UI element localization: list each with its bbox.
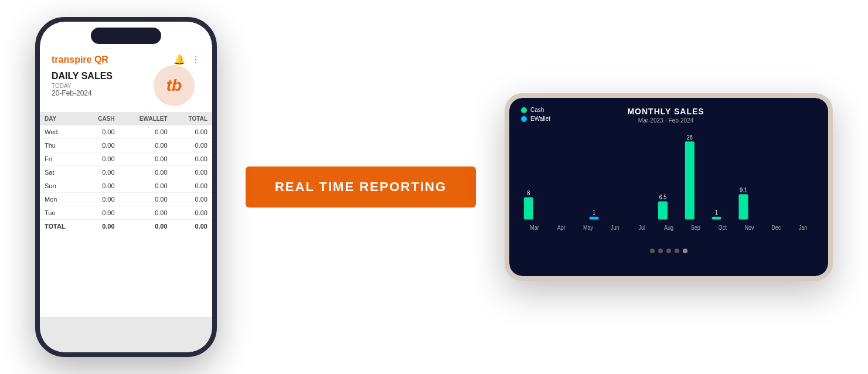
svg-rect-9: [658, 202, 668, 220]
cta-button[interactable]: REAL TIME REPORTING: [246, 166, 476, 208]
chart-svg: 8MarApr1MayJunJul6.5Aug28Sep1Oct9.1NovDe…: [521, 128, 816, 246]
cell-ewallet: 0.00: [120, 179, 172, 193]
daily-sales-section: DAILY SALES TODAY 20-Feb-2024 tb: [40, 71, 212, 112]
logo-text: tb: [166, 76, 182, 95]
cash-legend-label: Cash: [530, 107, 544, 113]
svg-text:Dec: Dec: [771, 225, 781, 232]
dot-5[interactable]: [683, 249, 687, 253]
total-ewallet: 0.00: [120, 220, 172, 233]
header-icons: 🔔 ⋮: [173, 54, 200, 65]
svg-text:Jan: Jan: [799, 225, 808, 232]
table-row: Mon 0.00 0.00 0.00: [40, 193, 212, 206]
cell-ewallet: 0.00: [120, 152, 172, 166]
total-total: 0.00: [172, 220, 212, 233]
table-row: Thu 0.00 0.00 0.00: [40, 139, 212, 152]
col-total: TOTAL: [172, 112, 212, 125]
chart-pagination-dots: [521, 249, 816, 253]
center-section: REAL TIME REPORTING: [217, 166, 505, 208]
svg-text:Oct: Oct: [719, 225, 727, 232]
svg-rect-0: [524, 197, 533, 219]
cell-cash: 0.00: [83, 166, 120, 179]
table-row: Wed 0.00 0.00 0.00: [40, 125, 212, 139]
phone-notch: [91, 28, 161, 44]
svg-text:Jul: Jul: [638, 225, 645, 232]
cell-day: Fri: [40, 152, 83, 166]
chart-title: MONTHLY SALES: [627, 107, 704, 116]
phone-screen: transpire QR 🔔 ⋮ DAILY SALES TODAY 20-Fe…: [40, 22, 212, 352]
col-day: DAY: [40, 112, 83, 125]
total-cash: 0.00: [83, 220, 120, 233]
table-header-row: DAY CASH EWALLET TOTAL: [40, 112, 212, 125]
cell-day: Sun: [40, 179, 83, 193]
cell-day: Sat: [40, 166, 83, 179]
cell-total: 0.00: [172, 152, 212, 166]
cell-day: Tue: [40, 206, 83, 220]
svg-text:Aug: Aug: [664, 225, 673, 232]
ewallet-legend-label: EWallet: [530, 115, 550, 122]
svg-text:1: 1: [715, 209, 718, 216]
section-title: DAILY SALES: [52, 71, 113, 81]
chart-area: 8MarApr1MayJunJul6.5Aug28Sep1Oct9.1NovDe…: [521, 128, 816, 246]
phone-bottom-bar: [40, 317, 212, 352]
legend-cash: Cash: [521, 107, 550, 113]
cell-cash: 0.00: [83, 152, 120, 166]
phone-right: Cash EWallet MONTHLY SALES Mar-2023 - Fe…: [505, 93, 833, 281]
svg-text:Sep: Sep: [691, 225, 700, 232]
cell-cash: 0.00: [83, 206, 120, 220]
svg-text:6.5: 6.5: [659, 194, 667, 201]
phone-right-screen: Cash EWallet MONTHLY SALES Mar-2023 - Fe…: [509, 98, 828, 276]
chart-subtitle: Mar-2023 - Feb-2024: [627, 117, 704, 124]
daily-sales-left: DAILY SALES TODAY 20-Feb-2024: [52, 71, 113, 97]
cell-ewallet: 0.00: [120, 125, 172, 139]
logo-circle: tb: [154, 65, 195, 106]
cell-day: Mon: [40, 193, 83, 206]
legend-ewallet: EWallet: [521, 115, 550, 122]
cell-total: 0.00: [172, 206, 212, 220]
cell-ewallet: 0.00: [120, 206, 172, 220]
cell-total: 0.00: [172, 139, 212, 152]
cell-total: 0.00: [172, 125, 212, 139]
chart-legend: Cash EWallet: [521, 107, 550, 122]
svg-text:28: 28: [687, 134, 693, 141]
col-ewallet: EWALLET: [120, 112, 172, 125]
total-label: TOTAL: [40, 220, 83, 233]
chart-title-area: MONTHLY SALES Mar-2023 - Feb-2024: [627, 107, 704, 124]
bell-icon[interactable]: 🔔: [173, 54, 185, 65]
svg-rect-12: [685, 141, 695, 219]
dot-2[interactable]: [658, 249, 663, 253]
svg-text:May: May: [583, 225, 593, 232]
chart-header: Cash EWallet MONTHLY SALES Mar-2023 - Fe…: [521, 107, 816, 124]
table-row: Sat 0.00 0.00 0.00: [40, 166, 212, 179]
dot-1[interactable]: [650, 249, 655, 253]
cash-legend-dot: [521, 107, 527, 113]
page-container: transpire QR 🔔 ⋮ DAILY SALES TODAY 20-Fe…: [0, 0, 868, 374]
svg-text:1: 1: [593, 209, 595, 216]
cell-total: 0.00: [172, 193, 212, 206]
cell-day: Wed: [40, 125, 83, 139]
cell-total: 0.00: [172, 179, 212, 193]
phone-left: transpire QR 🔔 ⋮ DAILY SALES TODAY 20-Fe…: [35, 17, 217, 357]
svg-text:Apr: Apr: [557, 225, 566, 232]
sales-table: DAY CASH EWALLET TOTAL Wed 0.00 0.00 0.0…: [40, 112, 212, 233]
more-icon[interactable]: ⋮: [191, 54, 200, 65]
cell-cash: 0.00: [83, 193, 120, 206]
today-label: TODAY: [52, 83, 113, 89]
col-cash: CASH: [83, 112, 120, 125]
table-row: Fri 0.00 0.00 0.00: [40, 152, 212, 166]
cell-cash: 0.00: [83, 139, 120, 152]
svg-text:Nov: Nov: [744, 225, 754, 232]
table-row: Sun 0.00 0.00 0.00: [40, 179, 212, 193]
svg-text:Mar: Mar: [530, 225, 539, 232]
table-row: Tue 0.00 0.00 0.00: [40, 206, 212, 220]
dot-4[interactable]: [675, 249, 679, 253]
cell-ewallet: 0.00: [120, 166, 172, 179]
cell-ewallet: 0.00: [120, 139, 172, 152]
dot-3[interactable]: [666, 249, 671, 253]
cell-ewallet: 0.00: [120, 193, 172, 206]
app-title: transpire QR: [52, 55, 108, 65]
svg-text:Jun: Jun: [611, 225, 619, 232]
svg-text:9.1: 9.1: [740, 186, 747, 193]
svg-rect-18: [738, 194, 748, 219]
total-row: TOTAL 0.00 0.00 0.00: [40, 220, 212, 233]
cell-cash: 0.00: [83, 125, 120, 139]
